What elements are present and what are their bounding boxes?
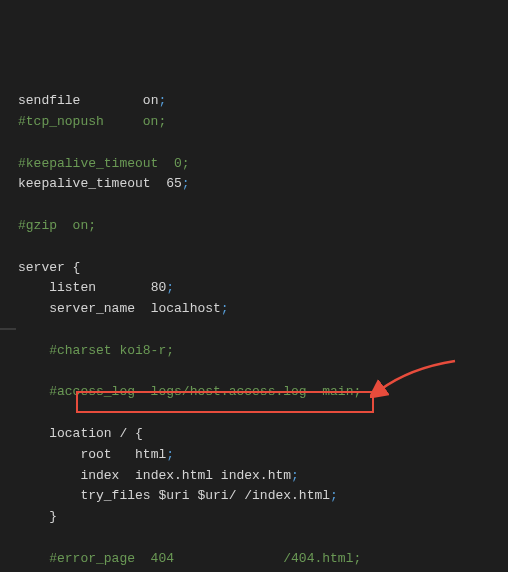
semicolon: ; (221, 301, 229, 316)
directive-text: location / { (18, 426, 143, 441)
code-block: sendfile on;#tcp_nopush on; #keepalive_t… (18, 91, 508, 572)
comment-text: #charset koi8-r; (18, 343, 174, 358)
directive-key: index (18, 468, 135, 483)
directive-key: listen (18, 280, 151, 295)
code-line: index index.html index.htm; (18, 466, 508, 487)
directive-value: html (135, 447, 166, 462)
code-line: #error_page 404 /404.html; (18, 549, 508, 570)
code-line: #keepalive_timeout 0; (18, 154, 508, 175)
code-line: location / { (18, 424, 508, 445)
code-line (18, 403, 508, 424)
code-line (18, 528, 508, 549)
code-line: #charset koi8-r; (18, 341, 508, 362)
semicolon: ; (166, 280, 174, 295)
code-line: } (18, 507, 508, 528)
directive-value: index.html index.htm (135, 468, 291, 483)
code-line (18, 237, 508, 258)
gutter-marker (0, 328, 16, 330)
code-line: server_name localhost; (18, 299, 508, 320)
directive-value: 80 (151, 280, 167, 295)
code-line: try_files $uri $uri/ /index.html; (18, 486, 508, 507)
semicolon: ; (158, 93, 166, 108)
semicolon: ; (330, 488, 338, 503)
directive-key: sendfile (18, 93, 143, 108)
comment-text: #keepalive_timeout 0; (18, 156, 190, 171)
comment-text: #error_page 404 /404.html; (18, 551, 361, 566)
code-line (18, 133, 508, 154)
code-line (18, 320, 508, 341)
directive-key: keepalive_timeout (18, 176, 166, 191)
directive-text: } (18, 509, 57, 524)
semicolon: ; (166, 447, 174, 462)
directive-value: localhost (151, 301, 221, 316)
code-line (18, 195, 508, 216)
comment-text: #access_log logs/host.access.log main; (18, 384, 361, 399)
code-line: sendfile on; (18, 91, 508, 112)
directive-text: server { (18, 260, 80, 275)
code-line: #tcp_nopush on; (18, 112, 508, 133)
code-line: server { (18, 258, 508, 279)
code-line: keepalive_timeout 65; (18, 174, 508, 195)
comment-text: #gzip on; (18, 218, 96, 233)
directive-value: 65 (166, 176, 182, 191)
comment-text: #tcp_nopush on; (18, 114, 166, 129)
directive-key: try_files (18, 488, 158, 503)
code-line: listen 80; (18, 278, 508, 299)
code-line (18, 362, 508, 383)
directive-value: $uri $uri/ /index.html (158, 488, 330, 503)
semicolon: ; (291, 468, 299, 483)
code-line: root html; (18, 445, 508, 466)
directive-key: server_name (18, 301, 151, 316)
code-line: #access_log logs/host.access.log main; (18, 382, 508, 403)
directive-key: root (18, 447, 135, 462)
directive-value: on (143, 93, 159, 108)
code-line: #gzip on; (18, 216, 508, 237)
semicolon: ; (182, 176, 190, 191)
